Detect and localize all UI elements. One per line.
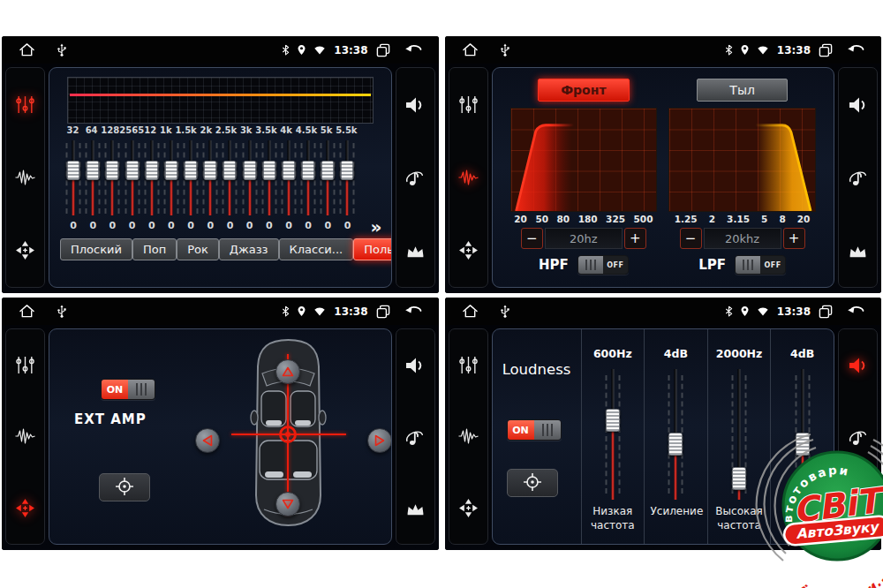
slider-knob[interactable] bbox=[732, 467, 746, 490]
slider-knob[interactable] bbox=[262, 161, 275, 180]
eq-band-slider[interactable] bbox=[64, 137, 83, 219]
speaker-volume-nav-icon[interactable] bbox=[404, 356, 426, 375]
loudness-slider[interactable] bbox=[662, 366, 689, 503]
loudness-slider[interactable] bbox=[600, 366, 626, 503]
recent-apps-icon[interactable] bbox=[376, 305, 390, 319]
eq-band-value: 0 bbox=[142, 220, 162, 231]
wave-effect-nav-icon[interactable] bbox=[457, 426, 479, 446]
back-icon[interactable] bbox=[847, 305, 864, 318]
ext-amp-toggle[interactable]: ON bbox=[101, 379, 155, 400]
wave-effect-nav-icon[interactable] bbox=[14, 168, 36, 187]
slider-knob[interactable] bbox=[145, 161, 158, 180]
recent-apps-icon[interactable] bbox=[819, 43, 833, 57]
slider-knob[interactable] bbox=[204, 161, 217, 180]
reset-loudness-button[interactable] bbox=[507, 469, 558, 497]
eq-band-slider[interactable] bbox=[102, 137, 122, 219]
eq-band-slider[interactable] bbox=[279, 137, 298, 219]
toggle-grip bbox=[578, 256, 603, 274]
sound-effect-note-nav-icon[interactable] bbox=[848, 169, 869, 188]
eq-preset-button[interactable]: Рок bbox=[177, 238, 219, 260]
sound-effect-note-nav-icon[interactable] bbox=[404, 169, 426, 188]
wave-effect-nav-icon[interactable] bbox=[14, 426, 36, 446]
balance-fader-nav-icon[interactable] bbox=[458, 240, 479, 260]
back-icon[interactable] bbox=[847, 44, 864, 57]
slider-knob[interactable] bbox=[106, 161, 119, 180]
loudness-toggle[interactable]: ON bbox=[507, 419, 562, 441]
slider-knob[interactable] bbox=[341, 161, 354, 180]
eq-band-slider[interactable] bbox=[220, 137, 239, 219]
tab-rear[interactable]: Тыл bbox=[697, 79, 788, 102]
center-balance-button[interactable] bbox=[99, 473, 150, 501]
tab-front[interactable]: Фронт bbox=[538, 79, 629, 102]
wave-effect-nav-icon[interactable] bbox=[457, 168, 479, 187]
balance-fader-nav-icon[interactable] bbox=[15, 498, 35, 518]
slider-knob[interactable] bbox=[67, 161, 80, 180]
recent-apps-icon[interactable] bbox=[376, 43, 390, 57]
logo-bottom-text: і не тільки... bbox=[795, 568, 883, 588]
equalizer-nav-icon[interactable] bbox=[15, 355, 35, 375]
eq-band-slider[interactable] bbox=[260, 137, 279, 219]
eq-band-slider[interactable] bbox=[83, 137, 102, 219]
eq-band-slider[interactable] bbox=[181, 137, 200, 219]
home-icon[interactable] bbox=[19, 304, 35, 319]
equalizer-nav-icon[interactable] bbox=[458, 355, 479, 375]
balance-fader-nav-icon[interactable] bbox=[15, 240, 35, 260]
eq-freq-label: 32 bbox=[64, 125, 82, 135]
eq-band-slider[interactable] bbox=[200, 137, 220, 219]
slider-knob[interactable] bbox=[282, 161, 295, 180]
slider-knob[interactable] bbox=[223, 161, 237, 180]
balance-right-button[interactable] bbox=[367, 428, 392, 453]
slider-knob[interactable] bbox=[125, 161, 139, 180]
hpf-plus-button[interactable]: + bbox=[624, 228, 646, 249]
eq-band-slider[interactable] bbox=[298, 137, 318, 219]
slider-knob[interactable] bbox=[243, 161, 256, 180]
recent-apps-icon[interactable] bbox=[819, 305, 833, 319]
fader-front-button[interactable] bbox=[275, 359, 300, 384]
equalizer-nav-icon[interactable] bbox=[458, 94, 479, 115]
home-icon[interactable] bbox=[19, 42, 35, 57]
eq-band-slider[interactable] bbox=[123, 137, 142, 219]
balance-fader-nav-icon[interactable] bbox=[458, 498, 479, 518]
eq-preset-button[interactable]: Польз. bbox=[353, 238, 391, 260]
lpf-minus-button[interactable]: − bbox=[680, 228, 702, 249]
eq-band-slider[interactable] bbox=[337, 137, 357, 219]
back-icon[interactable] bbox=[404, 305, 422, 318]
slider-knob[interactable] bbox=[606, 409, 620, 432]
wifi-icon bbox=[313, 45, 326, 55]
fader-rear-button[interactable] bbox=[275, 492, 300, 516]
eq-more-bands-chevron-icon[interactable]: » bbox=[371, 216, 382, 237]
slider-knob[interactable] bbox=[87, 161, 100, 180]
slider-knob[interactable] bbox=[302, 161, 315, 180]
eq-band-slider[interactable] bbox=[162, 137, 181, 219]
crown-nav-icon[interactable] bbox=[405, 243, 426, 260]
speaker-volume-nav-icon[interactable] bbox=[848, 95, 869, 115]
hpf-minus-button[interactable]: − bbox=[521, 228, 543, 249]
balance-left-button[interactable] bbox=[195, 428, 220, 453]
speaker-volume-nav-icon[interactable] bbox=[848, 356, 869, 375]
speaker-volume-nav-icon[interactable] bbox=[404, 95, 426, 115]
sound-effect-note-nav-icon[interactable] bbox=[404, 428, 426, 448]
back-icon[interactable] bbox=[404, 44, 422, 57]
eq-freq-label: 5.5k bbox=[336, 125, 357, 135]
lpf-toggle[interactable]: OFF bbox=[735, 255, 786, 275]
slider-knob[interactable] bbox=[164, 161, 177, 180]
lpf-plus-button[interactable]: + bbox=[783, 228, 805, 249]
eq-band-slider[interactable] bbox=[142, 137, 162, 219]
slider-knob[interactable] bbox=[321, 161, 335, 180]
location-icon bbox=[297, 44, 306, 56]
hpf-toggle[interactable]: OFF bbox=[577, 255, 629, 275]
eq-preset-button[interactable]: Класси... bbox=[279, 238, 354, 260]
slider-knob[interactable] bbox=[185, 161, 198, 180]
home-icon[interactable] bbox=[462, 304, 479, 319]
loudness-column: 4dBУсиление bbox=[644, 329, 707, 544]
eq-band-slider[interactable] bbox=[240, 137, 260, 219]
crown-nav-icon[interactable] bbox=[405, 501, 426, 517]
slider-knob[interactable] bbox=[668, 433, 683, 456]
eq-preset-button[interactable]: Плоский bbox=[60, 238, 132, 260]
equalizer-nav-icon[interactable] bbox=[15, 94, 35, 115]
crown-nav-icon[interactable] bbox=[848, 243, 868, 260]
eq-preset-button[interactable]: Джазз bbox=[219, 238, 279, 260]
eq-band-slider[interactable] bbox=[318, 137, 337, 219]
home-icon[interactable] bbox=[462, 42, 479, 57]
eq-preset-button[interactable]: Поп bbox=[132, 238, 177, 260]
